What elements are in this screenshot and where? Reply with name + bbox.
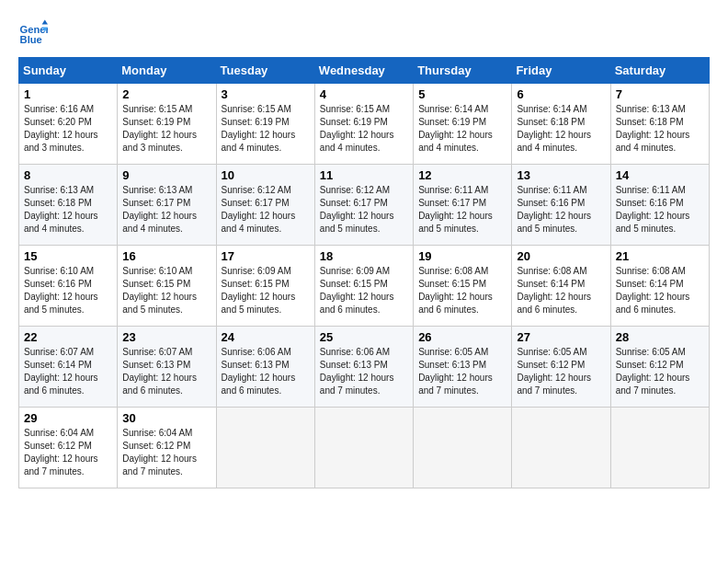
day-cell-24: 24 Sunrise: 6:06 AM Sunset: 6:13 PM Dayl… — [216, 327, 314, 408]
calendar-week-3: 15 Sunrise: 6:10 AM Sunset: 6:16 PM Dayl… — [19, 246, 710, 327]
day-number: 6 — [517, 87, 605, 101]
day-detail: Sunrise: 6:04 AM Sunset: 6:12 PM Dayligh… — [122, 427, 210, 478]
day-cell-15: 15 Sunrise: 6:10 AM Sunset: 6:16 PM Dayl… — [19, 246, 118, 327]
day-number: 5 — [418, 87, 506, 101]
day-number: 13 — [517, 168, 605, 182]
logo-icon: General Blue — [18, 18, 48, 48]
day-number: 21 — [616, 249, 704, 263]
day-detail: Sunrise: 6:16 AM Sunset: 6:20 PM Dayligh… — [24, 103, 112, 155]
header-thursday: Thursday — [414, 58, 512, 84]
header-row: SundayMondayTuesdayWednesdayThursdayFrid… — [19, 58, 710, 84]
day-detail: Sunrise: 6:05 AM Sunset: 6:13 PM Dayligh… — [418, 346, 506, 397]
day-detail: Sunrise: 6:14 AM Sunset: 6:19 PM Dayligh… — [418, 103, 506, 155]
day-detail: Sunrise: 6:06 AM Sunset: 6:13 PM Dayligh… — [320, 346, 408, 397]
day-number: 7 — [616, 87, 704, 101]
day-detail: Sunrise: 6:06 AM Sunset: 6:13 PM Dayligh… — [222, 346, 310, 397]
day-cell-30: 30 Sunrise: 6:04 AM Sunset: 6:12 PM Dayl… — [118, 408, 216, 488]
day-number: 28 — [616, 330, 704, 344]
day-number: 25 — [320, 330, 408, 344]
header-wednesday: Wednesday — [314, 58, 413, 84]
day-number: 3 — [222, 87, 310, 101]
empty-cell — [414, 408, 512, 488]
day-detail: Sunrise: 6:15 AM Sunset: 6:19 PM Dayligh… — [122, 103, 210, 155]
day-detail: Sunrise: 6:14 AM Sunset: 6:18 PM Dayligh… — [517, 103, 605, 155]
day-detail: Sunrise: 6:13 AM Sunset: 6:18 PM Dayligh… — [616, 103, 704, 155]
day-detail: Sunrise: 6:05 AM Sunset: 6:12 PM Dayligh… — [517, 346, 605, 397]
day-cell-18: 18 Sunrise: 6:09 AM Sunset: 6:15 PM Dayl… — [314, 246, 413, 327]
header-saturday: Saturday — [610, 58, 709, 84]
day-number: 12 — [418, 168, 506, 182]
day-cell-27: 27 Sunrise: 6:05 AM Sunset: 6:12 PM Dayl… — [512, 327, 610, 408]
day-detail: Sunrise: 6:15 AM Sunset: 6:19 PM Dayligh… — [222, 103, 310, 155]
day-cell-29: 29 Sunrise: 6:04 AM Sunset: 6:12 PM Dayl… — [19, 408, 118, 488]
day-detail: Sunrise: 6:08 AM Sunset: 6:14 PM Dayligh… — [517, 265, 605, 316]
day-number: 30 — [122, 411, 210, 425]
logo: General Blue — [18, 18, 51, 48]
day-cell-10: 10 Sunrise: 6:12 AM Sunset: 6:17 PM Dayl… — [216, 165, 314, 246]
day-detail: Sunrise: 6:09 AM Sunset: 6:15 PM Dayligh… — [320, 265, 408, 316]
day-number: 4 — [320, 87, 408, 101]
day-cell-25: 25 Sunrise: 6:06 AM Sunset: 6:13 PM Dayl… — [314, 327, 413, 408]
day-number: 9 — [122, 168, 210, 182]
day-number: 11 — [320, 168, 408, 182]
day-number: 8 — [24, 168, 112, 182]
calendar-week-4: 22 Sunrise: 6:07 AM Sunset: 6:14 PM Dayl… — [19, 327, 710, 408]
day-cell-19: 19 Sunrise: 6:08 AM Sunset: 6:15 PM Dayl… — [414, 246, 512, 327]
day-cell-22: 22 Sunrise: 6:07 AM Sunset: 6:14 PM Dayl… — [19, 327, 118, 408]
day-cell-5: 5 Sunrise: 6:14 AM Sunset: 6:19 PM Dayli… — [414, 84, 512, 165]
day-detail: Sunrise: 6:08 AM Sunset: 6:14 PM Dayligh… — [616, 265, 704, 316]
header-sunday: Sunday — [19, 58, 118, 84]
day-detail: Sunrise: 6:04 AM Sunset: 6:12 PM Dayligh… — [24, 427, 112, 478]
day-number: 29 — [24, 411, 112, 425]
day-cell-8: 8 Sunrise: 6:13 AM Sunset: 6:18 PM Dayli… — [19, 165, 118, 246]
day-cell-2: 2 Sunrise: 6:15 AM Sunset: 6:19 PM Dayli… — [118, 84, 216, 165]
empty-cell — [610, 408, 709, 488]
day-number: 22 — [24, 330, 112, 344]
day-cell-4: 4 Sunrise: 6:15 AM Sunset: 6:19 PM Dayli… — [314, 84, 413, 165]
day-detail: Sunrise: 6:10 AM Sunset: 6:16 PM Dayligh… — [24, 265, 112, 316]
header-monday: Monday — [118, 58, 216, 84]
day-number: 26 — [418, 330, 506, 344]
empty-cell — [512, 408, 610, 488]
svg-text:Blue: Blue — [20, 34, 42, 45]
day-cell-14: 14 Sunrise: 6:11 AM Sunset: 6:16 PM Dayl… — [610, 165, 709, 246]
day-number: 23 — [122, 330, 210, 344]
day-cell-17: 17 Sunrise: 6:09 AM Sunset: 6:15 PM Dayl… — [216, 246, 314, 327]
day-detail: Sunrise: 6:11 AM Sunset: 6:17 PM Dayligh… — [418, 184, 506, 236]
day-cell-13: 13 Sunrise: 6:11 AM Sunset: 6:16 PM Dayl… — [512, 165, 610, 246]
empty-cell — [314, 408, 413, 488]
day-cell-1: 1 Sunrise: 6:16 AM Sunset: 6:20 PM Dayli… — [19, 84, 118, 165]
day-cell-11: 11 Sunrise: 6:12 AM Sunset: 6:17 PM Dayl… — [314, 165, 413, 246]
day-detail: Sunrise: 6:07 AM Sunset: 6:13 PM Dayligh… — [122, 346, 210, 397]
page-header: General Blue — [18, 18, 710, 48]
day-detail: Sunrise: 6:10 AM Sunset: 6:15 PM Dayligh… — [122, 265, 210, 316]
day-detail: Sunrise: 6:07 AM Sunset: 6:14 PM Dayligh… — [24, 346, 112, 397]
header-tuesday: Tuesday — [216, 58, 314, 84]
day-cell-3: 3 Sunrise: 6:15 AM Sunset: 6:19 PM Dayli… — [216, 84, 314, 165]
day-detail: Sunrise: 6:08 AM Sunset: 6:15 PM Dayligh… — [418, 265, 506, 316]
day-cell-12: 12 Sunrise: 6:11 AM Sunset: 6:17 PM Dayl… — [414, 165, 512, 246]
calendar-week-2: 8 Sunrise: 6:13 AM Sunset: 6:18 PM Dayli… — [19, 165, 710, 246]
svg-marker-2 — [42, 20, 48, 25]
day-cell-28: 28 Sunrise: 6:05 AM Sunset: 6:12 PM Dayl… — [610, 327, 709, 408]
day-cell-20: 20 Sunrise: 6:08 AM Sunset: 6:14 PM Dayl… — [512, 246, 610, 327]
day-number: 20 — [517, 249, 605, 263]
day-detail: Sunrise: 6:11 AM Sunset: 6:16 PM Dayligh… — [616, 184, 704, 236]
day-detail: Sunrise: 6:13 AM Sunset: 6:18 PM Dayligh… — [24, 184, 112, 236]
day-detail: Sunrise: 6:09 AM Sunset: 6:15 PM Dayligh… — [222, 265, 310, 316]
day-cell-21: 21 Sunrise: 6:08 AM Sunset: 6:14 PM Dayl… — [610, 246, 709, 327]
day-detail: Sunrise: 6:15 AM Sunset: 6:19 PM Dayligh… — [320, 103, 408, 155]
day-number: 27 — [517, 330, 605, 344]
day-cell-6: 6 Sunrise: 6:14 AM Sunset: 6:18 PM Dayli… — [512, 84, 610, 165]
calendar-week-1: 1 Sunrise: 6:16 AM Sunset: 6:20 PM Dayli… — [19, 84, 710, 165]
day-number: 2 — [122, 87, 210, 101]
empty-cell — [216, 408, 314, 488]
day-cell-23: 23 Sunrise: 6:07 AM Sunset: 6:13 PM Dayl… — [118, 327, 216, 408]
day-detail: Sunrise: 6:13 AM Sunset: 6:17 PM Dayligh… — [122, 184, 210, 236]
day-cell-9: 9 Sunrise: 6:13 AM Sunset: 6:17 PM Dayli… — [118, 165, 216, 246]
day-number: 19 — [418, 249, 506, 263]
day-cell-26: 26 Sunrise: 6:05 AM Sunset: 6:13 PM Dayl… — [414, 327, 512, 408]
day-number: 1 — [24, 87, 112, 101]
day-number: 18 — [320, 249, 408, 263]
day-detail: Sunrise: 6:05 AM Sunset: 6:12 PM Dayligh… — [616, 346, 704, 397]
